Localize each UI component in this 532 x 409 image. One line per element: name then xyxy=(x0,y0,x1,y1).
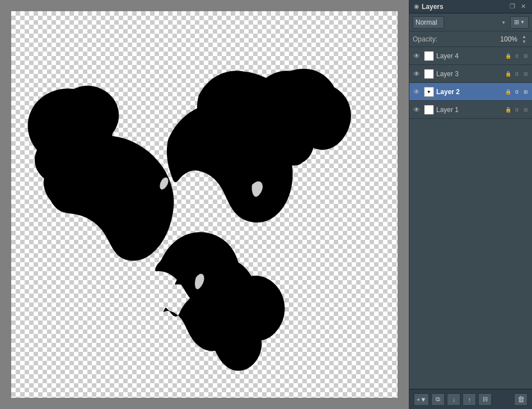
canvas-wrapper xyxy=(11,11,398,398)
panel-title: Layers xyxy=(422,3,444,11)
layer-actions: 🔒 α ⊞ xyxy=(504,70,530,78)
layer-visibility-toggle[interactable]: 👁 xyxy=(412,105,422,115)
layer-special-icon: ✦ xyxy=(424,87,434,97)
layer-name: Layer 4 xyxy=(436,52,503,60)
panel-close-button[interactable]: ✕ xyxy=(519,2,528,11)
opacity-row: Opacity: 100% ▲ ▼ xyxy=(409,31,532,47)
opacity-up-arrow[interactable]: ▲ xyxy=(522,34,526,39)
panel-title-area: ◉ Layers xyxy=(414,3,444,11)
svg-rect-2 xyxy=(425,106,433,114)
layer-channel-icon[interactable]: ⊞ xyxy=(522,88,530,96)
blend-mode-select[interactable]: Normal Dissolve Multiply Screen Overlay xyxy=(413,16,444,29)
layer-lock-icon[interactable]: 🔒 xyxy=(504,70,512,78)
svg-rect-0 xyxy=(425,52,433,60)
layer-lock-icon[interactable]: 🔒 xyxy=(504,88,512,96)
add-layer-button[interactable]: +▼ xyxy=(414,393,429,406)
layer-visibility-toggle[interactable]: 👁 xyxy=(412,69,422,79)
layer-row[interactable]: 👁 Layer 4 🔒 α ⊞ xyxy=(409,47,532,65)
layer-thumb-svg xyxy=(425,70,433,78)
layer-thumb-svg xyxy=(425,52,433,60)
opacity-value[interactable]: 100% xyxy=(440,35,517,43)
layers-list: 👁 Layer 4 🔒 α ⊞ 👁 Layer 3 xyxy=(409,47,532,389)
canvas-area xyxy=(0,0,409,409)
canvas-content xyxy=(11,11,398,398)
layer-channel-icon[interactable]: ⊞ xyxy=(522,52,530,60)
filter-button[interactable]: ⊞ ▼ xyxy=(510,16,529,29)
layer-name: Layer 1 xyxy=(436,106,503,114)
filter-icon: ⊞ xyxy=(514,18,519,26)
layer-name: Layer 2 xyxy=(436,88,503,96)
layer-alpha-icon[interactable]: α xyxy=(513,70,521,78)
layer-row-selected[interactable]: 👁 ✦ Layer 2 🔒 α ⊞ xyxy=(409,83,532,101)
layer-alpha-icon[interactable]: α xyxy=(513,106,521,114)
layers-panel: ◉ Layers ❐ ✕ Normal Dissolve Multiply Sc… xyxy=(409,0,532,409)
opacity-label: Opacity: xyxy=(413,35,437,43)
layers-toolbar: +▼ ⧉ ↓ ↑ ⊟ 🗑 xyxy=(409,389,532,409)
panel-header: ◉ Layers ❐ ✕ xyxy=(409,0,532,13)
opacity-down-arrow[interactable]: ▼ xyxy=(522,39,526,44)
svg-rect-1 xyxy=(425,70,433,78)
layer-actions: 🔒 α ⊞ xyxy=(504,52,530,60)
layer-thumbnail xyxy=(424,69,434,79)
delete-icon: 🗑 xyxy=(517,395,525,403)
duplicate-layer-button[interactable]: ⧉ xyxy=(431,393,445,406)
layer-channel-icon[interactable]: ⊞ xyxy=(522,70,530,78)
panel-restore-button[interactable]: ❐ xyxy=(508,2,517,11)
panel-header-actions: ❐ ✕ xyxy=(508,2,528,11)
layer-visibility-toggle[interactable]: 👁 xyxy=(412,51,422,61)
layer-actions: 🔒 α ⊞ xyxy=(504,106,530,114)
opacity-spinner[interactable]: ▲ ▼ xyxy=(520,34,529,44)
layer-lock-icon[interactable]: 🔒 xyxy=(504,106,512,114)
delete-layer-button[interactable]: 🗑 xyxy=(514,393,528,406)
move-layer-down-button[interactable]: ↓ xyxy=(447,393,460,406)
layer-name: Layer 3 xyxy=(436,70,503,78)
layers-panel-icon: ◉ xyxy=(414,3,419,10)
duplicate-layer-icon: ⧉ xyxy=(436,396,440,403)
blend-mode-wrapper: Normal Dissolve Multiply Screen Overlay xyxy=(413,16,508,29)
move-up-icon: ↑ xyxy=(468,396,472,403)
merge-layers-button[interactable]: ⊟ xyxy=(478,393,492,406)
layer-visibility-toggle[interactable]: 👁 xyxy=(412,87,422,97)
merge-icon: ⊟ xyxy=(483,396,488,403)
layer-alpha-icon[interactable]: α xyxy=(513,88,521,96)
move-layer-up-button[interactable]: ↑ xyxy=(463,393,476,406)
layer-thumbnail xyxy=(424,105,434,115)
filter-dropdown-icon: ▼ xyxy=(520,20,525,25)
layer-alpha-icon[interactable]: α xyxy=(513,52,521,60)
layer-row[interactable]: 👁 Layer 3 🔒 α ⊞ xyxy=(409,65,532,83)
layer-actions: 🔒 α ⊞ xyxy=(504,88,530,96)
layer-row[interactable]: 👁 Layer 1 🔒 α ⊞ xyxy=(409,101,532,119)
layer-channel-icon[interactable]: ⊞ xyxy=(522,106,530,114)
toolbar-left: +▼ ⧉ ↓ ↑ ⊟ xyxy=(414,393,492,406)
layer-thumbnail xyxy=(424,51,434,61)
layer-lock-icon[interactable]: 🔒 xyxy=(504,52,512,60)
add-layer-icon: +▼ xyxy=(417,396,426,403)
move-down-icon: ↓ xyxy=(452,396,456,403)
blend-mode-row: Normal Dissolve Multiply Screen Overlay … xyxy=(409,13,532,31)
layer-thumb-svg xyxy=(425,106,433,114)
